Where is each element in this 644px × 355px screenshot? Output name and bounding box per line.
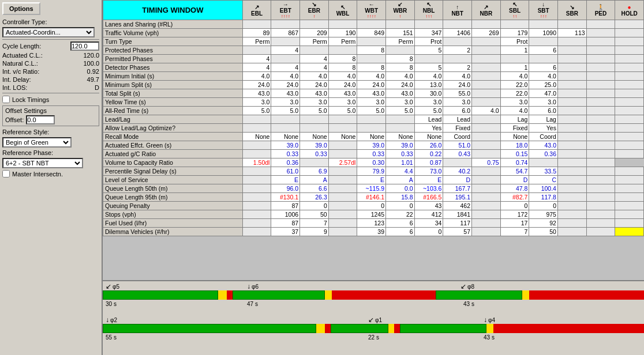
data-cell xyxy=(328,124,357,133)
offset-label: Offset: xyxy=(5,116,24,123)
row-label-cell: Stops (vph) xyxy=(103,210,243,219)
data-cell: 4 xyxy=(271,46,300,55)
data-cell: 1245 xyxy=(357,210,386,219)
timing-window-title: TIMING WINDOW xyxy=(103,1,243,20)
row-label-cell: Yellow Time (s) xyxy=(103,98,243,107)
data-cell: None xyxy=(300,133,329,141)
data-cell: 39 xyxy=(357,228,386,236)
data-cell: 8 xyxy=(357,46,386,55)
data-cell xyxy=(586,150,615,158)
data-cell: 3.0 xyxy=(529,98,558,107)
data-cell: 100.4 xyxy=(529,184,558,193)
data-cell xyxy=(386,115,415,124)
table-row: All-Red Time (s)5.05.05.05.05.05.05.06.0… xyxy=(103,107,644,115)
data-cell xyxy=(357,115,386,124)
data-cell: 22 xyxy=(386,210,415,219)
lock-timings-checkbox[interactable] xyxy=(2,96,10,103)
data-cell xyxy=(615,29,644,37)
data-cell xyxy=(472,210,501,219)
data-cell: 3.0 xyxy=(242,98,271,107)
table-row: Traffic Volume (vph)89867209190849151347… xyxy=(103,29,644,37)
data-cell: None xyxy=(328,133,357,141)
data-cell xyxy=(242,150,271,158)
data-cell: 4 xyxy=(271,63,300,72)
data-cell xyxy=(557,202,586,210)
col-nbr: ↗NBR xyxy=(472,1,501,20)
data-cell: 5.0 xyxy=(328,107,357,115)
data-cell: 8 xyxy=(386,63,415,72)
ref-phase-select[interactable]: 6+2 - SBT NBT xyxy=(2,158,83,168)
data-cell xyxy=(615,115,644,124)
data-cell: None xyxy=(414,133,443,141)
data-cell xyxy=(500,55,529,63)
data-cell xyxy=(615,202,644,210)
data-cell xyxy=(586,210,615,219)
data-cell xyxy=(557,150,586,158)
data-cell: 0.33 xyxy=(357,150,386,158)
row-label-cell: Queuing Penalty xyxy=(103,202,243,210)
data-cell xyxy=(328,210,357,219)
data-cell xyxy=(242,20,271,29)
master-intersect-checkbox[interactable] xyxy=(2,170,10,178)
data-cell xyxy=(586,193,615,202)
data-cell xyxy=(557,167,586,176)
data-cell: E xyxy=(271,176,300,184)
data-cell xyxy=(529,158,558,167)
data-cell xyxy=(586,81,615,89)
data-cell: D xyxy=(500,176,529,184)
data-cell: 5.0 xyxy=(300,107,329,115)
data-cell: 347 xyxy=(414,29,443,37)
data-cell: 50 xyxy=(300,210,329,219)
data-cell: 7 xyxy=(300,219,329,228)
data-cell xyxy=(328,193,357,202)
data-cell xyxy=(586,89,615,98)
data-cell xyxy=(586,55,615,63)
data-cell xyxy=(472,176,501,184)
col-wbt: ←WBT ↑↑↑↑ xyxy=(357,1,386,20)
table-row: Minimum Split (s)24.024.024.024.024.024.… xyxy=(103,81,644,89)
data-cell xyxy=(328,167,357,176)
data-cell: Lead xyxy=(414,115,443,124)
data-cell: 0.36 xyxy=(529,150,558,158)
data-cell: 24.0 xyxy=(386,81,415,89)
data-cell: 3.0 xyxy=(300,98,329,107)
data-cell: 5.0 xyxy=(271,107,300,115)
data-cell xyxy=(586,141,615,150)
data-cell xyxy=(557,107,586,115)
data-cell xyxy=(472,46,501,55)
data-cell: ~103.6 xyxy=(414,184,443,193)
int-delay-label: Int. Delay: xyxy=(2,76,31,83)
data-cell xyxy=(615,184,644,193)
data-cell: 2 xyxy=(443,63,472,72)
options-button[interactable]: Options xyxy=(2,2,40,15)
data-cell xyxy=(472,193,501,202)
data-cell xyxy=(472,202,501,210)
data-cell: 1406 xyxy=(443,29,472,37)
data-cell xyxy=(615,98,644,107)
data-cell: 43.0 xyxy=(300,89,329,98)
data-cell: 18.0 xyxy=(500,141,529,150)
data-cell: 43.0 xyxy=(271,89,300,98)
col-ped: 🚶PED xyxy=(586,1,615,20)
data-cell xyxy=(271,124,300,133)
data-cell: 5.0 xyxy=(357,107,386,115)
actuated-cl-row: Actuated C.L.: 120.0 xyxy=(0,51,102,59)
cycle-length-input[interactable] xyxy=(70,41,99,51)
data-cell xyxy=(615,124,644,133)
controller-type-select[interactable]: Actuated-Coordin... xyxy=(2,27,95,37)
data-cell xyxy=(357,37,386,46)
data-cell: 43.0 xyxy=(529,141,558,150)
col-ebl: ↗EBL xyxy=(242,1,271,20)
data-cell: 22.0 xyxy=(500,89,529,98)
offset-input[interactable] xyxy=(26,115,55,124)
data-cell xyxy=(472,115,501,124)
data-cell xyxy=(242,193,271,202)
data-cell xyxy=(472,219,501,228)
data-cell: 3.0 xyxy=(271,98,300,107)
data-cell: Fixed xyxy=(443,124,472,133)
data-cell xyxy=(586,63,615,72)
data-cell: Coord xyxy=(529,133,558,141)
data-cell: 209 xyxy=(300,29,329,37)
ref-style-select[interactable]: Begin of Green xyxy=(2,137,72,148)
table-row: Queue Length 50th (m)96.06.6~115.90.0~10… xyxy=(103,184,644,193)
